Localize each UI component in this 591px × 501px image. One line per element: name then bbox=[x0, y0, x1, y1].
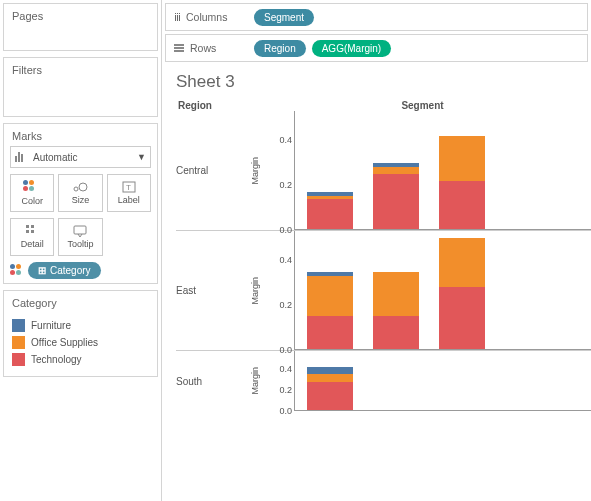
tick-label: 0.4 bbox=[279, 364, 292, 374]
bar-chart-icon bbox=[15, 152, 29, 162]
filters-title: Filters bbox=[4, 58, 157, 82]
agg-margin-pill[interactable]: AGG(Margin) bbox=[312, 40, 391, 57]
bar-segment[interactable] bbox=[439, 287, 485, 350]
tick-label: 0.2 bbox=[279, 300, 292, 310]
detail-button[interactable]: Detail bbox=[10, 218, 54, 256]
color-legend: Category Furniture Office Supplies Techn… bbox=[3, 290, 158, 377]
bar-segment[interactable] bbox=[439, 136, 485, 181]
bar-segment[interactable] bbox=[373, 174, 419, 230]
y-axis-title: Margin bbox=[248, 157, 262, 185]
stacked-bar[interactable] bbox=[307, 118, 353, 230]
bar-segment[interactable] bbox=[373, 272, 419, 317]
pages-title: Pages bbox=[4, 4, 157, 28]
mark-type-dropdown[interactable]: Automatic ▼ bbox=[10, 146, 151, 168]
chart-facet-row: SouthMargin0.00.20.4 bbox=[176, 351, 591, 411]
stacked-bar[interactable] bbox=[307, 238, 353, 350]
size-button[interactable]: Size bbox=[58, 174, 102, 212]
tooltip-icon bbox=[73, 225, 87, 237]
bar-segment[interactable] bbox=[307, 276, 353, 316]
tick-label: 0.2 bbox=[279, 385, 292, 395]
bar-segment[interactable] bbox=[307, 382, 353, 411]
color-icon bbox=[10, 264, 24, 278]
tick-label: 0.0 bbox=[279, 406, 292, 416]
stacked-bar[interactable] bbox=[307, 359, 353, 411]
legend-item-furniture[interactable]: Furniture bbox=[12, 317, 149, 334]
columns-shelf[interactable]: ⅲColumns Segment bbox=[165, 3, 588, 31]
tick-label: 0.4 bbox=[279, 135, 292, 145]
svg-rect-7 bbox=[26, 225, 29, 228]
marks-card: Marks Automatic ▼ Color Size T bbox=[3, 123, 158, 284]
mark-type-label: Automatic bbox=[33, 152, 77, 163]
stacked-bar[interactable] bbox=[373, 118, 419, 230]
rows-icon bbox=[174, 43, 184, 53]
svg-rect-1 bbox=[18, 152, 20, 162]
detail-icon bbox=[26, 225, 38, 237]
label-button[interactable]: T Label bbox=[107, 174, 151, 212]
swatch-icon bbox=[12, 319, 25, 332]
stacked-bar[interactable] bbox=[439, 238, 485, 350]
svg-rect-10 bbox=[31, 230, 34, 233]
filters-shelf[interactable]: Filters bbox=[3, 57, 158, 117]
stacked-bar[interactable] bbox=[439, 118, 485, 230]
y-axis-title: Margin bbox=[248, 367, 262, 395]
region-header: Region bbox=[176, 100, 248, 111]
bar-segment[interactable] bbox=[439, 181, 485, 230]
region-label: South bbox=[176, 351, 248, 411]
segment-pill[interactable]: Segment bbox=[254, 9, 314, 26]
bar-segment[interactable] bbox=[439, 238, 485, 287]
rows-shelf[interactable]: Rows Region AGG(Margin) bbox=[165, 34, 588, 62]
chart-facet-row: EastMargin0.00.20.4 bbox=[176, 231, 591, 351]
columns-icon: ⅲ bbox=[174, 11, 180, 23]
bars-area[interactable] bbox=[294, 231, 591, 350]
bar-segment[interactable] bbox=[307, 316, 353, 350]
worksheet-view: Sheet 3 Region Segment CentralMargin0.00… bbox=[162, 62, 591, 501]
tooltip-button[interactable]: Tooltip bbox=[58, 218, 102, 256]
swatch-icon bbox=[12, 336, 25, 349]
label-icon: T bbox=[122, 181, 136, 193]
pages-shelf[interactable]: Pages bbox=[3, 3, 158, 51]
bar-segment[interactable] bbox=[373, 316, 419, 350]
tick-label: 0.4 bbox=[279, 255, 292, 265]
legend-title: Category bbox=[4, 291, 157, 315]
svg-rect-11 bbox=[74, 226, 86, 234]
svg-point-3 bbox=[74, 187, 78, 191]
chevron-down-icon: ▼ bbox=[137, 152, 146, 162]
color-button[interactable]: Color bbox=[10, 174, 54, 212]
left-sidebar: Pages Filters Marks Automatic ▼ Color bbox=[0, 0, 162, 501]
marks-title: Marks bbox=[4, 124, 157, 146]
bar-segment[interactable] bbox=[307, 199, 353, 230]
marks-color-pill-row[interactable]: ⊞Category bbox=[10, 262, 151, 279]
chart-facet-row: CentralMargin0.00.20.4 bbox=[176, 111, 591, 231]
svg-rect-9 bbox=[26, 230, 29, 233]
legend-item-technology[interactable]: Technology bbox=[12, 351, 149, 368]
bar-segment[interactable] bbox=[373, 167, 419, 174]
category-pill[interactable]: ⊞Category bbox=[28, 262, 101, 279]
sheet-title[interactable]: Sheet 3 bbox=[176, 72, 591, 92]
svg-text:T: T bbox=[126, 183, 131, 192]
bar-segment[interactable] bbox=[307, 374, 353, 382]
plus-icon: ⊞ bbox=[38, 265, 46, 276]
y-axis-title: Margin bbox=[248, 277, 262, 305]
region-label: Central bbox=[176, 111, 248, 230]
svg-point-4 bbox=[79, 183, 87, 191]
region-label: East bbox=[176, 231, 248, 350]
svg-rect-2 bbox=[21, 154, 23, 162]
legend-item-office-supplies[interactable]: Office Supplies bbox=[12, 334, 149, 351]
svg-rect-8 bbox=[31, 225, 34, 228]
segment-header: Segment bbox=[294, 100, 591, 111]
bars-area[interactable] bbox=[294, 111, 591, 230]
color-icon bbox=[23, 180, 37, 194]
stacked-bar[interactable] bbox=[373, 238, 419, 350]
svg-rect-0 bbox=[15, 156, 17, 162]
swatch-icon bbox=[12, 353, 25, 366]
region-pill[interactable]: Region bbox=[254, 40, 306, 57]
tick-label: 0.2 bbox=[279, 180, 292, 190]
bars-area[interactable] bbox=[294, 351, 591, 411]
size-icon bbox=[72, 181, 88, 193]
